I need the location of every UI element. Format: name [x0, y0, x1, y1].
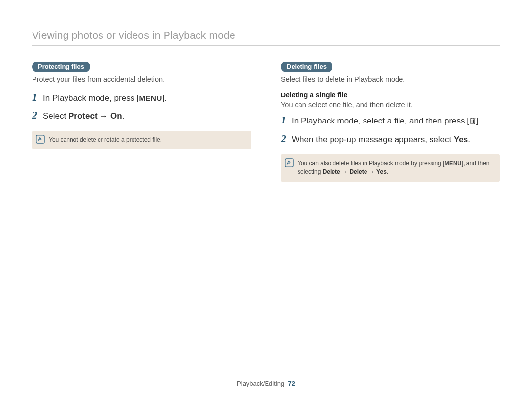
manual-page: Viewing photos or videos in Playback mod…: [0, 0, 532, 401]
step-number: 2: [32, 109, 43, 122]
step-text: In Playback mode, select a file, and the…: [292, 115, 481, 128]
step-number: 1: [281, 114, 292, 126]
divider: [32, 45, 500, 46]
note-text: You cannot delete or rotate a protected …: [49, 131, 166, 149]
steps-list: 1 In Playback mode, select a file, and t…: [281, 114, 500, 146]
text: .: [387, 168, 388, 175]
text: In Playback mode, select a file, and the…: [292, 116, 469, 125]
svg-rect-1: [285, 159, 293, 167]
step-text: When the pop-up message appears, select …: [292, 133, 470, 146]
page-title: Viewing photos or videos in Playback mod…: [32, 30, 500, 41]
step-item: 2 Select Protect → On.: [32, 109, 251, 123]
footer-page-number: 72: [288, 380, 295, 387]
text: In Playback mode, press [: [43, 93, 139, 103]
columns: Protecting files Protect your files from…: [32, 62, 500, 182]
text: .: [468, 135, 470, 144]
bold-text: Yes: [454, 135, 468, 144]
menu-icon-label: MENU: [139, 94, 162, 102]
note-box: You cannot delete or rotate a protected …: [32, 131, 251, 149]
left-column: Protecting files Protect your files from…: [32, 62, 251, 182]
bold-text: Delete: [323, 168, 340, 175]
step-item: 1 In Playback mode, select a file, and t…: [281, 114, 500, 128]
section-pill-protecting: Protecting files: [32, 62, 90, 72]
step-number: 1: [32, 91, 43, 104]
note-text: You can also delete files in Playback mo…: [298, 154, 500, 182]
note-icon: [32, 131, 49, 149]
text: You can also delete files in Playback mo…: [298, 160, 444, 167]
step-item: 2 When the pop-up message appears, selec…: [281, 132, 500, 146]
arrow-text: →: [367, 168, 376, 175]
bold-text: Delete: [349, 168, 367, 175]
bold-text: Protect: [68, 111, 98, 121]
text: ].: [476, 116, 481, 125]
bold-text: On: [110, 111, 122, 121]
footer-section: Playback/Editing: [237, 380, 284, 387]
step-text: Select Protect → On.: [43, 110, 124, 123]
arrow-text: →: [98, 111, 110, 121]
steps-list: 1 In Playback mode, press [MENU]. 2 Sele…: [32, 91, 251, 122]
note-box: You can also delete files in Playback mo…: [281, 154, 500, 182]
text: .: [122, 111, 125, 121]
text: ].: [162, 93, 166, 103]
intro-text: Protect your files from accidental delet…: [32, 75, 251, 83]
svg-rect-0: [36, 135, 44, 143]
section-pill-deleting: Deleting files: [281, 62, 332, 72]
menu-icon-label: MENU: [444, 160, 461, 166]
arrow-text: →: [340, 168, 350, 175]
bold-text: Yes: [376, 168, 387, 175]
step-text: In Playback mode, press [MENU].: [43, 92, 166, 105]
trash-icon: [469, 116, 476, 128]
sub-heading: Deleting a single file: [281, 91, 500, 99]
intro-text: Select files to delete in Playback mode.: [281, 75, 500, 83]
page-footer: Playback/Editing 72: [0, 380, 532, 387]
step-number: 2: [281, 132, 292, 145]
right-column: Deleting files Select files to delete in…: [281, 62, 500, 182]
text: When the pop-up message appears, select: [292, 135, 454, 144]
step-item: 1 In Playback mode, press [MENU].: [32, 91, 251, 105]
note-icon: [281, 154, 298, 182]
text: Select: [43, 111, 68, 121]
sub-desc: You can select one file, and then delete…: [281, 101, 500, 109]
